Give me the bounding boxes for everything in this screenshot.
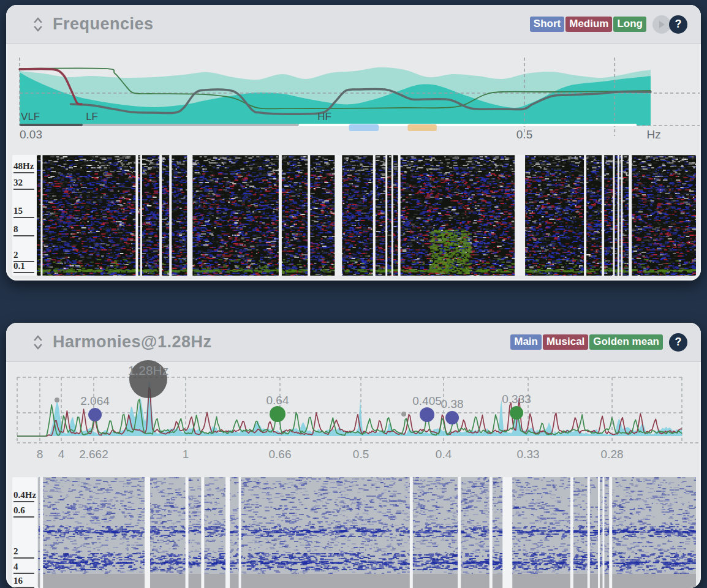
musical-spectrum (17, 388, 682, 436)
x-tick-label: 8 (37, 448, 43, 461)
frequencies-panel: Frequencies ShortMediumLong ? VLFLFHF0.0… (6, 5, 701, 281)
spectrogram-axis-label: 0.4Hz (13, 490, 34, 502)
frequencies-header: Frequencies ShortMediumLong ? (6, 5, 701, 44)
spectrogram-axis-label: 0.6 (13, 505, 34, 518)
spectrogram-axis-label: 2 (13, 250, 34, 262)
x-tick-label: 0.03 (20, 128, 42, 141)
spectrogram-axis-label: 0.1 (13, 261, 34, 273)
harmonic-marker-label: 0.38 (441, 398, 464, 410)
vlf-range (20, 124, 83, 126)
band-label-vlf: VLF (21, 111, 40, 123)
spectrogram-axis-label: 15 (13, 206, 34, 218)
harmonies-spectrogram (38, 477, 696, 588)
frequencies-title: Frequencies (53, 15, 154, 34)
harmonic-marker-2.064[interactable] (88, 408, 102, 421)
spectrogram-axis-label: 32 (13, 178, 34, 190)
help-icon[interactable]: ? (669, 15, 687, 34)
x-tick-label: 0.66 (269, 448, 292, 461)
spectrogram-axis-label: 4 (13, 562, 34, 574)
harmonic-marker-0.405[interactable] (420, 407, 434, 422)
x-tick-label: 0.28 (601, 448, 624, 461)
spectrogram-axis-label: 2 (13, 546, 34, 559)
harmonic-marker-0.333[interactable] (510, 406, 523, 420)
app-background: Frequencies ShortMediumLong ? VLFLFHF0.0… (0, 0, 707, 588)
spectrogram-axis-label: 48Hz (13, 161, 34, 173)
harmonic-marker-label: 0.64 (267, 394, 289, 407)
harmonic-marker-label: 0.405 (412, 394, 442, 407)
harmonic-marker-0.64[interactable] (270, 406, 285, 422)
x-tick-label: 0.5 (353, 448, 369, 461)
harmonies-spectrogram-axis: 0.4Hz0.62416 (12, 477, 37, 588)
harmonic-marker-label: 2.064 (80, 394, 110, 407)
legend-chip-short[interactable]: Short (530, 17, 564, 32)
main-spectrum (17, 380, 682, 436)
harmonic-marker-label: 1.28Hz (128, 363, 169, 377)
harmonic-marker-0.38[interactable] (445, 411, 459, 424)
x-tick-label: 1 (183, 448, 189, 461)
orange-band-chip[interactable] (407, 124, 436, 131)
frequencies-chart: VLFLFHF0.030.5Hz (6, 44, 701, 152)
frequencies-legend: ShortMediumLong (530, 17, 646, 32)
legend-chip-medium[interactable]: Medium (565, 17, 612, 32)
band-label-hf: HF (317, 111, 331, 123)
x-tick-label: 4 (58, 448, 65, 461)
legend-chip-long[interactable]: Long (613, 17, 646, 32)
x-tick-label: Hz (647, 128, 661, 141)
harmonies-chart: 1.28Hz2.0640.640.4050.380.333842.66210.6… (6, 347, 701, 477)
harmonies-panel: Harmonies@1.28Hz MainMusicalGolden mean … (6, 323, 701, 588)
minor-peak-dot (401, 412, 406, 417)
lf-range (83, 124, 298, 126)
spectrogram-axis-label: 8 (13, 224, 34, 236)
x-tick-label: 0.4 (436, 448, 452, 461)
spectrogram-axis-label: 16 (13, 576, 34, 588)
x-tick-label: 0.5 (516, 128, 532, 141)
x-tick-label: 2.662 (79, 448, 108, 461)
harmonic-marker-label: 0.333 (502, 393, 531, 405)
x-tick-label: 0.33 (517, 448, 540, 461)
minor-peak-dot (55, 398, 59, 402)
play-icon[interactable] (652, 15, 671, 34)
frequencies-spectrogram-axis: 48Hz3215820.1 (12, 155, 37, 276)
band-label-lf: LF (86, 111, 98, 123)
blue-band-chip[interactable] (349, 124, 379, 131)
collapse-toggle-icon[interactable] (33, 17, 43, 32)
frequencies-spectrogram (37, 155, 696, 276)
